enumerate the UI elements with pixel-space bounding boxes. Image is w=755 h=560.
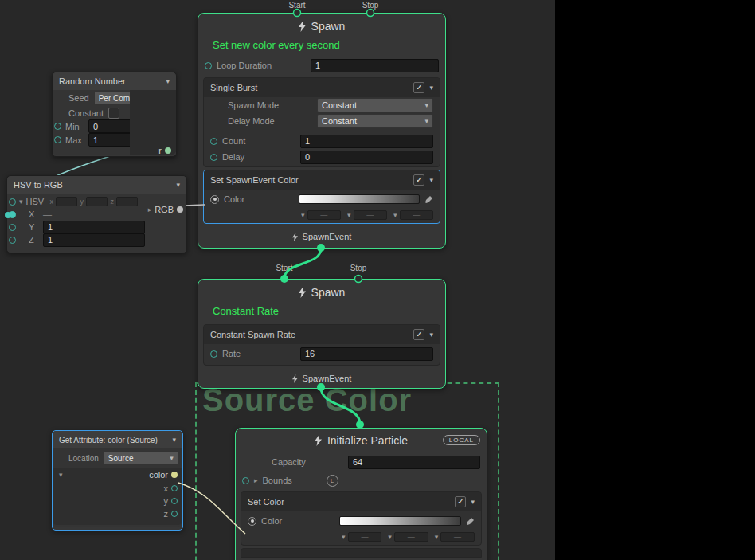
set-color-checkbox[interactable]: ✓ bbox=[455, 496, 466, 507]
x-output-port[interactable] bbox=[171, 485, 178, 491]
count-field[interactable]: 1 bbox=[300, 135, 433, 148]
rate-field[interactable]: 16 bbox=[300, 347, 433, 361]
spawn-mode-label: Spawn Mode bbox=[228, 100, 312, 110]
constant-spawn-rate-block[interactable]: Constant Spawn Rate ✓ ▾ Rate 16 bbox=[203, 324, 440, 366]
output-row-x: x bbox=[164, 484, 178, 493]
expand-triangle-icon[interactable]: ▾ bbox=[59, 471, 63, 479]
location-dropdown[interactable]: Source ▾ bbox=[104, 451, 178, 465]
z-output-label: z bbox=[164, 509, 169, 519]
mini-caret-icon: ▾ bbox=[347, 211, 351, 219]
set-color-block[interactable]: Set Color ✓ ▾ Color ▾— ▾— ▾— bbox=[241, 491, 482, 546]
color-x-mini-field[interactable]: — bbox=[307, 210, 341, 220]
lightning-bolt-icon bbox=[292, 374, 298, 383]
hsv-y-mini-field[interactable]: — bbox=[86, 197, 108, 206]
y-label: Y bbox=[19, 222, 40, 232]
rgb-output-port[interactable] bbox=[177, 206, 183, 213]
color-input-port[interactable] bbox=[210, 195, 219, 204]
node-get-attribute-color[interactable]: Get Attribute: color (Source) ▾ Location… bbox=[52, 430, 183, 531]
hsv-z-mini-field[interactable]: — bbox=[116, 197, 138, 206]
eyedropper-icon[interactable] bbox=[466, 517, 475, 526]
color-output-port[interactable] bbox=[171, 472, 178, 478]
x-input-port-connected[interactable] bbox=[9, 211, 16, 218]
vfx-graph-canvas[interactable]: Source Color Random Number ▾ Seed Per Co… bbox=[0, 0, 755, 560]
output-row-z: z bbox=[164, 509, 178, 519]
initialize-titlebar[interactable]: Initialize Particle LOCAL bbox=[236, 429, 487, 452]
z-output-port[interactable] bbox=[171, 511, 178, 517]
collapse-caret-icon[interactable]: ▾ bbox=[176, 181, 180, 189]
expand-triangle-icon[interactable]: ▾ bbox=[19, 198, 23, 206]
capacity-field[interactable]: 64 bbox=[348, 456, 480, 469]
local-space-badge[interactable]: LOCAL bbox=[443, 435, 480, 445]
spawn2-stop-label: Stop bbox=[342, 264, 374, 272]
spawn1-start-label: Start bbox=[281, 1, 313, 10]
set-spawnevent-color-block[interactable]: Set SpawnEvent Color ✓ ▾ Color ▾— ▾— ▾— bbox=[203, 170, 440, 224]
expand-triangle-icon[interactable]: ▸ bbox=[148, 206, 152, 213]
collapse-caret-icon[interactable]: ▾ bbox=[166, 77, 170, 85]
color-gradient-field[interactable] bbox=[299, 194, 420, 204]
collapse-caret-icon[interactable]: ▾ bbox=[172, 436, 176, 444]
spawn2-title: Spawn bbox=[311, 286, 346, 299]
color-y-mini-field[interactable]: — bbox=[394, 532, 428, 542]
bounds-label: Bounds bbox=[263, 476, 322, 485]
lightning-bolt-icon bbox=[292, 233, 298, 241]
y-input-port[interactable] bbox=[9, 224, 16, 231]
spawn2-footer-label: SpawnEvent bbox=[303, 374, 352, 383]
color-label: Color bbox=[224, 194, 294, 204]
delay-field[interactable]: 0 bbox=[300, 151, 433, 164]
block-collapse-caret-icon[interactable]: ▾ bbox=[471, 498, 475, 506]
max-input-port[interactable] bbox=[54, 136, 61, 143]
rate-port[interactable] bbox=[210, 350, 217, 358]
node-spawn-2[interactable]: Spawn Constant Rate Constant Spawn Rate … bbox=[198, 279, 446, 389]
loop-duration-port[interactable] bbox=[205, 62, 212, 69]
hsv-input-port[interactable] bbox=[9, 198, 16, 206]
loop-duration-field[interactable]: 1 bbox=[311, 59, 439, 72]
color-y-mini-field[interactable]: — bbox=[354, 210, 387, 220]
node-random-number[interactable]: Random Number ▾ Seed Per Component ▾ Con… bbox=[52, 72, 177, 157]
next-block-partial[interactable] bbox=[241, 548, 482, 558]
get-attribute-title: Get Attribute: color (Source) bbox=[59, 436, 167, 444]
delay-port[interactable] bbox=[210, 154, 217, 161]
single-burst-checkbox[interactable]: ✓ bbox=[413, 82, 424, 93]
color-z-mini-field[interactable]: — bbox=[400, 210, 433, 220]
rate-label: Rate bbox=[222, 349, 295, 358]
spawn1-footer: SpawnEvent bbox=[198, 226, 445, 247]
set-spawnevent-color-checkbox[interactable]: ✓ bbox=[413, 174, 424, 186]
y-output-port[interactable] bbox=[171, 498, 178, 504]
single-burst-block[interactable]: Single Burst ✓ ▾ Spawn Mode Constant ▾ D… bbox=[203, 77, 440, 167]
constant-label: Constant bbox=[68, 108, 104, 118]
color-gradient-field[interactable] bbox=[339, 516, 461, 526]
node-spawn-1[interactable]: Spawn Set new color every second Loop Du… bbox=[198, 13, 446, 249]
eyedropper-icon[interactable] bbox=[424, 195, 433, 204]
color-x-mini-field[interactable]: — bbox=[348, 532, 382, 542]
random-number-header[interactable]: Random Number ▾ bbox=[53, 72, 176, 90]
delay-mode-dropdown[interactable]: Constant ▾ bbox=[317, 114, 433, 128]
constant-checkbox[interactable] bbox=[108, 108, 119, 119]
r-output-port[interactable] bbox=[165, 147, 171, 154]
count-label: Count bbox=[222, 136, 295, 146]
z-field[interactable]: 1 bbox=[43, 233, 145, 247]
axis-z-label: z bbox=[111, 198, 115, 206]
location-label: Location bbox=[68, 454, 99, 463]
get-attribute-header[interactable]: Get Attribute: color (Source) ▾ bbox=[53, 431, 182, 448]
block-collapse-caret-icon[interactable]: ▾ bbox=[429, 331, 433, 339]
hsv-x-mini-field[interactable]: — bbox=[56, 197, 77, 206]
spawn-mode-dropdown[interactable]: Constant ▾ bbox=[317, 98, 433, 112]
constant-spawn-rate-checkbox[interactable]: ✓ bbox=[413, 329, 424, 340]
constant-spawn-rate-title: Constant Spawn Rate bbox=[210, 330, 409, 339]
min-input-port[interactable] bbox=[54, 123, 61, 130]
z-input-port[interactable] bbox=[9, 237, 16, 244]
block-collapse-caret-icon[interactable]: ▾ bbox=[429, 84, 433, 92]
color-input-port[interactable] bbox=[248, 517, 256, 526]
node-initialize-particle[interactable]: Initialize Particle LOCAL Capacity 64 ▸ … bbox=[235, 428, 487, 560]
bounds-port[interactable] bbox=[242, 477, 249, 484]
block-collapse-caret-icon[interactable]: ▾ bbox=[429, 176, 433, 184]
y-field[interactable]: 1 bbox=[43, 221, 145, 234]
node-hsv-to-rgb[interactable]: HSV to RGB ▾ ▾ HSV x— y— z— X — Y 1 bbox=[6, 175, 187, 253]
expand-triangle-icon[interactable]: ▸ bbox=[254, 476, 258, 484]
spawn1-titlebar[interactable]: Spawn bbox=[198, 14, 445, 39]
spawn2-titlebar[interactable]: Spawn bbox=[198, 280, 445, 305]
hsv-header[interactable]: HSV to RGB ▾ bbox=[7, 176, 186, 194]
color-z-mini-field[interactable]: — bbox=[440, 532, 475, 542]
count-port[interactable] bbox=[210, 138, 217, 145]
output-row-color: color bbox=[149, 470, 178, 480]
